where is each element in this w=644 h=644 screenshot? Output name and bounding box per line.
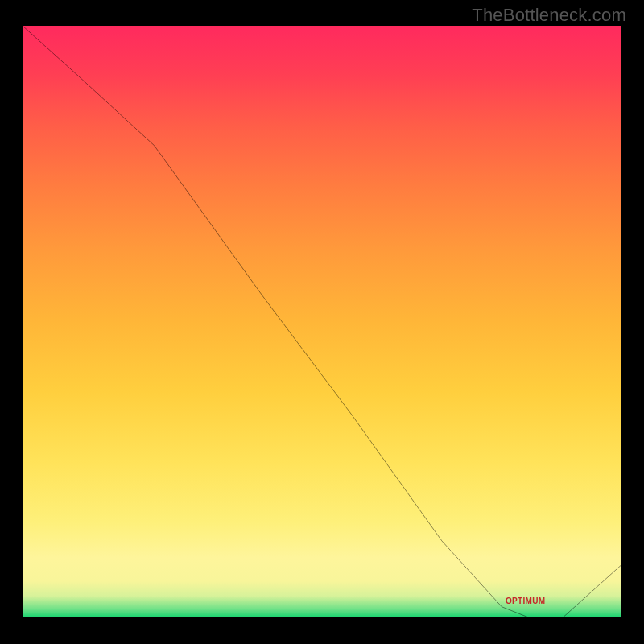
chart-line-series xyxy=(23,26,621,617)
chart-plot-area: OPTIMUM xyxy=(23,26,621,617)
optimum-annotation: OPTIMUM xyxy=(506,597,545,605)
watermark-text: TheBottleneck.com xyxy=(472,5,626,26)
bottleneck-curve xyxy=(23,26,621,617)
